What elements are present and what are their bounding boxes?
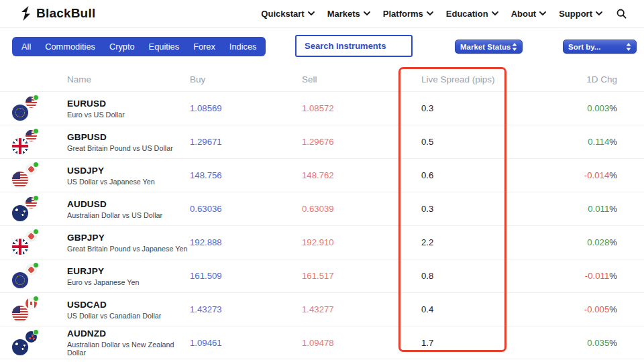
sort-by-select[interactable]: Sort by... <box>563 40 637 54</box>
sell-price[interactable]: 1.09478 <box>302 338 409 348</box>
daily-change-value: -0.005 <box>584 304 609 314</box>
instrument-symbol: EURJPY <box>67 266 190 276</box>
nav-item-label: Platforms <box>383 9 423 19</box>
currency-pair-flags <box>12 330 67 355</box>
nav-item[interactable]: Platforms <box>383 9 433 19</box>
instrument-description: Great Britain Pound vs Japanese Yen <box>67 245 190 253</box>
market-open-dot-icon <box>34 296 38 301</box>
search-instruments-input[interactable] <box>295 35 413 57</box>
instrument-name-cell: AUDNZD Australian Dollar vs New Zealand … <box>67 328 190 357</box>
instrument-name-cell: EURUSD Euro vs US Dollar <box>67 99 190 119</box>
buy-price[interactable]: 192.888 <box>190 237 302 247</box>
blackbull-markets-page: BlackBull Quickstart Markets <box>0 0 644 362</box>
instrument-description: US Dollar vs Canadian Dollar <box>67 312 190 320</box>
instrument-description: Euro vs Japanese Yen <box>67 278 190 286</box>
live-spread-value: 1.7 <box>409 338 510 348</box>
instrument-symbol: GBPUSD <box>67 132 190 142</box>
instrument-row[interactable]: GBPUSD Great Britain Pound vs US Dollar … <box>0 125 644 158</box>
search-icon[interactable] <box>616 9 627 19</box>
chevron-down-icon <box>364 11 370 15</box>
instrument-symbol: AUDUSD <box>67 199 190 209</box>
buy-price[interactable]: 161.509 <box>190 271 302 281</box>
instrument-row[interactable]: AUDNZD Australian Dollar vs New Zealand … <box>0 326 644 359</box>
filter-tab-crypto[interactable]: Crypto <box>109 42 135 52</box>
instrument-row[interactable]: USDCAD US Dollar vs Canadian Dollar 1.43… <box>0 292 644 326</box>
live-spread-value: 0.3 <box>409 103 510 113</box>
filter-tab-commodities[interactable]: Commodities <box>45 42 95 52</box>
nav-item[interactable]: Support <box>559 9 602 19</box>
base-currency-flag-icon <box>12 272 28 288</box>
sell-price[interactable]: 148.762 <box>302 170 409 180</box>
table-header-row: Name Buy Sell Live Spread (pips) 1D Chg <box>0 67 644 91</box>
currency-pair-flags <box>12 230 67 255</box>
buy-price[interactable]: 0.63036 <box>190 204 302 214</box>
chevron-down-icon <box>308 11 315 15</box>
sell-price[interactable]: 1.08572 <box>302 103 409 113</box>
nav-item[interactable]: About <box>511 9 547 19</box>
instrument-name-cell: AUDUSD Australian Dollar vs US Dollar <box>67 199 190 219</box>
daily-change: -0.014% <box>510 170 617 180</box>
filter-tab-indices[interactable]: Indices <box>229 42 257 52</box>
sell-price[interactable]: 161.517 <box>302 271 409 281</box>
market-status-select[interactable]: Market Status <box>455 40 523 54</box>
buy-price[interactable]: 148.756 <box>190 170 302 180</box>
daily-change-value: 0.114 <box>588 137 609 147</box>
instrument-description: Australian Dollar vs New Zealand Dollar <box>67 341 190 357</box>
buy-price[interactable]: 1.08569 <box>190 103 302 113</box>
daily-change-value: 0.028 <box>587 237 609 247</box>
currency-pair-flags <box>12 129 67 154</box>
sell-price[interactable]: 0.63039 <box>302 204 409 214</box>
asset-class-filter-bar: AllCommoditiesCryptoEquitiesForexIndices <box>12 37 266 56</box>
daily-change-unit: % <box>609 271 617 281</box>
top-navigation-bar: BlackBull Quickstart Markets <box>0 0 644 27</box>
buy-price[interactable]: 1.29671 <box>190 137 302 147</box>
instrument-row[interactable]: EURJPY Euro vs Japanese Yen 161.509 161.… <box>0 259 644 292</box>
brand-logo[interactable]: BlackBull <box>20 6 95 21</box>
instrument-row[interactable]: GBPJPY Great Britain Pound vs Japanese Y… <box>0 225 644 259</box>
instrument-name-cell: USDJPY US Dollar vs Japanese Yen <box>67 166 190 186</box>
live-spread-value: 0.4 <box>409 304 510 314</box>
chevron-down-icon <box>427 11 433 15</box>
filter-tab-all[interactable]: All <box>21 42 31 52</box>
currency-pair-flags <box>12 263 67 288</box>
market-open-dot-icon <box>34 330 38 335</box>
instrument-description: Euro vs US Dollar <box>67 111 190 119</box>
buy-price[interactable]: 1.43273 <box>190 304 302 314</box>
nav-item-label: Quickstart <box>261 9 304 19</box>
instrument-row[interactable]: EURUSD Euro vs US Dollar 1.08569 1.08572… <box>0 91 644 125</box>
market-status-label: Market Status <box>460 43 511 51</box>
filter-tab-forex[interactable]: Forex <box>193 42 215 52</box>
base-currency-flag-icon <box>12 205 28 221</box>
nav-item[interactable]: Education <box>446 9 498 19</box>
sell-price[interactable]: 1.29676 <box>302 137 409 147</box>
live-spread-value: 0.5 <box>409 137 510 147</box>
market-open-dot-icon <box>34 263 38 267</box>
buy-price[interactable]: 1.09461 <box>190 338 302 348</box>
brand-name: BlackBull <box>36 6 95 21</box>
daily-change-unit: % <box>609 304 617 314</box>
chevron-down-icon <box>492 11 498 15</box>
daily-change-value: -0.011 <box>585 271 609 281</box>
base-currency-flag-icon <box>12 239 28 255</box>
sell-price[interactable]: 192.910 <box>302 237 409 247</box>
daily-change-unit: % <box>609 137 617 147</box>
market-open-dot-icon <box>34 162 38 167</box>
sell-price[interactable]: 1.43277 <box>302 304 409 314</box>
instrument-row[interactable]: AUDUSD Australian Dollar vs US Dollar 0.… <box>0 192 644 225</box>
base-currency-flag-icon <box>12 306 28 322</box>
instrument-name-cell: USDCAD US Dollar vs Canadian Dollar <box>67 300 190 320</box>
chevron-down-icon <box>596 11 602 15</box>
nav-item[interactable]: Quickstart <box>261 9 314 19</box>
daily-change: 0.114% <box>510 137 617 147</box>
currency-pair-flags <box>12 163 67 188</box>
instrument-description: US Dollar vs Japanese Yen <box>67 178 190 186</box>
nav-item[interactable]: Markets <box>327 9 370 19</box>
nav-item-label: Support <box>559 9 592 19</box>
main-nav: Quickstart Markets Platforms <box>261 9 627 19</box>
select-arrows-icon <box>626 43 631 51</box>
instruments-table: Name Buy Sell Live Spread (pips) 1D Chg … <box>0 67 644 359</box>
nav-item-label: Markets <box>327 9 360 19</box>
instrument-row[interactable]: USDJPY US Dollar vs Japanese Yen 148.756… <box>0 158 644 192</box>
filter-tab-equities[interactable]: Equities <box>149 42 180 52</box>
live-spread-value: 2.2 <box>409 237 510 247</box>
